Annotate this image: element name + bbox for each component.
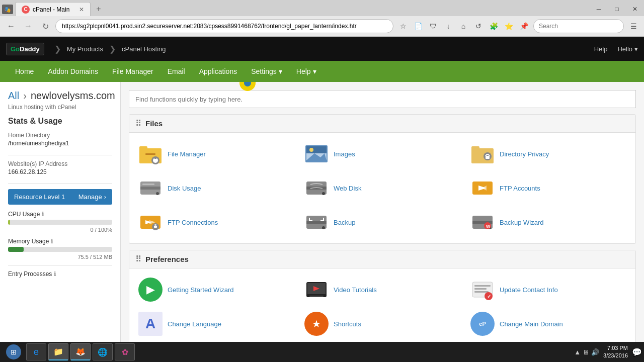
tray-up-icon[interactable]: ▲ bbox=[574, 348, 581, 356]
my-products-link[interactable]: My Products bbox=[67, 45, 103, 53]
disk-usage-item[interactable]: Disk Usage bbox=[133, 171, 299, 205]
entry-processes-label: Entry Processes ℹ bbox=[8, 270, 112, 278]
menu-btn[interactable]: ☰ bbox=[627, 20, 640, 33]
maximize-btn[interactable]: □ bbox=[608, 1, 626, 17]
loading-inner bbox=[244, 82, 251, 86]
svg-rect-14 bbox=[486, 156, 490, 159]
taskbar-app4[interactable]: ✿ bbox=[115, 343, 135, 360]
close-btn[interactable]: ✕ bbox=[626, 1, 644, 17]
shortcuts-item[interactable]: ★ Shortcuts bbox=[299, 307, 465, 341]
file-manager-item[interactable]: File Manager bbox=[133, 137, 299, 171]
tab-close-btn[interactable]: ✕ bbox=[79, 6, 84, 13]
home-btn[interactable]: ⌂ bbox=[457, 20, 470, 33]
directory-privacy-label: Directory Privacy bbox=[500, 150, 549, 158]
shortcuts-label: Shortcuts bbox=[334, 320, 361, 328]
shield-btn[interactable]: 🛡 bbox=[427, 20, 440, 33]
resource-level-btn[interactable]: Resource Level 1 Manage › bbox=[8, 189, 112, 205]
images-item[interactable]: Images bbox=[299, 137, 465, 171]
address-input[interactable] bbox=[55, 19, 393, 33]
svg-point-17 bbox=[156, 192, 159, 195]
file-manager-label: File Manager bbox=[168, 150, 206, 158]
function-search-input[interactable] bbox=[129, 90, 636, 108]
directory-privacy-item[interactable]: Directory Privacy bbox=[465, 137, 631, 171]
clock-time: 7:03 PM bbox=[603, 344, 628, 352]
getting-started-item[interactable]: ▶ Getting Started Wizard bbox=[133, 273, 299, 307]
backup-wizard-item[interactable]: W Backup Wizard bbox=[465, 205, 631, 239]
start-button[interactable]: ⊞ bbox=[2, 342, 25, 361]
new-tab-button[interactable]: + bbox=[93, 3, 105, 15]
getting-started-label: Getting Started Wizard bbox=[168, 286, 234, 294]
memory-info-icon[interactable]: ℹ bbox=[51, 238, 53, 245]
svg-rect-2 bbox=[145, 153, 155, 155]
svg-point-21 bbox=[322, 192, 325, 195]
extension-btn[interactable]: 🧩 bbox=[487, 20, 500, 33]
taskbar-explorer[interactable]: 📁 bbox=[48, 343, 68, 360]
right-panel: ⠿ Files File bbox=[121, 82, 644, 362]
nav-addon-domains[interactable]: Addon Domains bbox=[41, 61, 105, 82]
godaddy-logo[interactable]: GoDaddy bbox=[6, 43, 44, 55]
backup-item[interactable]: Backup bbox=[299, 205, 465, 239]
cpu-usage-label: CPU Usage ℹ bbox=[8, 211, 112, 218]
nav-applications[interactable]: Applications bbox=[192, 61, 245, 82]
notification-btn[interactable]: 💬 bbox=[632, 347, 642, 357]
taskbar-firefox[interactable]: 🦊 bbox=[70, 343, 91, 360]
help-chevron: ▾ bbox=[313, 67, 316, 75]
cpu-progress-fill bbox=[8, 220, 10, 225]
breadcrumb-all[interactable]: All bbox=[8, 90, 19, 102]
taskbar-chrome[interactable]: 🌐 bbox=[93, 343, 113, 360]
update-contact-item[interactable]: ✓ Update Contact Info bbox=[465, 273, 631, 307]
video-tutorials-item[interactable]: Video Tutorials bbox=[299, 273, 465, 307]
address-bar-row: ← → ↻ ☆ 📄 🛡 ↓ ⌂ ↺ 🧩 ⭐ 📌 ☰ bbox=[0, 16, 644, 36]
svg-rect-12 bbox=[471, 146, 479, 150]
change-language-item[interactable]: A Change Language bbox=[133, 307, 299, 341]
back-btn[interactable]: ← bbox=[4, 19, 18, 33]
tray-volume-icon[interactable]: 🔊 bbox=[591, 348, 599, 356]
star-btn[interactable]: ☆ bbox=[396, 20, 410, 33]
backup-label: Backup bbox=[334, 219, 355, 226]
nav-file-manager[interactable]: File Manager bbox=[105, 61, 160, 82]
manage-arrow: › bbox=[104, 193, 106, 201]
ip-label: Website(s) IP Address bbox=[8, 160, 112, 167]
ftp-connections-item[interactable]: FTP Connections bbox=[133, 205, 299, 239]
pin-btn[interactable]: 📌 bbox=[517, 20, 530, 33]
ftp-accounts-item[interactable]: FTP Accounts bbox=[465, 171, 631, 205]
clock[interactable]: 7:03 PM 3/23/2016 bbox=[603, 344, 628, 360]
home-directory-label: Home Directory bbox=[8, 132, 112, 139]
directory-privacy-icon bbox=[470, 142, 495, 166]
active-tab[interactable]: cPanel - Main ✕ bbox=[15, 2, 91, 16]
tray-network-icon[interactable]: 🖥 bbox=[583, 348, 589, 356]
entry-info-icon[interactable]: ℹ bbox=[54, 270, 56, 278]
change-main-domain-item[interactable]: cP Change Main Domain bbox=[465, 307, 631, 341]
forward-btn[interactable]: → bbox=[21, 19, 35, 33]
nav-settings[interactable]: Settings ▾ bbox=[244, 61, 289, 82]
help-link[interactable]: Help bbox=[594, 45, 608, 53]
nav-email[interactable]: Email bbox=[160, 61, 192, 82]
nav-home[interactable]: Home bbox=[8, 61, 41, 82]
svg-point-33 bbox=[322, 226, 325, 229]
web-disk-item[interactable]: Web Disk bbox=[299, 171, 465, 205]
bookmark-btn[interactable]: ⭐ bbox=[502, 20, 515, 33]
backup-icon bbox=[304, 210, 329, 234]
breadcrumb: All › newlovelysms.com bbox=[8, 90, 112, 102]
cpu-usage-value: 0 / 100% bbox=[8, 227, 112, 233]
file-manager-icon bbox=[138, 142, 163, 166]
change-language-icon: A bbox=[138, 312, 163, 336]
svg-rect-29 bbox=[154, 226, 157, 228]
hello-dropdown[interactable]: Hello ▾ bbox=[617, 45, 638, 53]
cpu-info-icon[interactable]: ℹ bbox=[42, 211, 44, 218]
cpanel-hosting-link[interactable]: cPanel Hosting bbox=[122, 45, 166, 53]
video-tutorials-icon bbox=[304, 278, 329, 302]
refresh-btn2[interactable]: ↺ bbox=[472, 20, 485, 33]
reader-btn[interactable]: 📄 bbox=[412, 20, 425, 33]
refresh-btn[interactable]: ↻ bbox=[38, 19, 52, 33]
taskbar-ie[interactable]: e bbox=[26, 343, 46, 360]
video-tutorials-label: Video Tutorials bbox=[334, 286, 377, 294]
files-section-title: Files bbox=[145, 119, 163, 128]
disk-usage-icon bbox=[138, 176, 163, 200]
download-btn[interactable]: ↓ bbox=[442, 20, 455, 33]
nav-help[interactable]: Help ▾ bbox=[289, 61, 324, 82]
svg-rect-46 bbox=[474, 291, 489, 293]
browser-search-input[interactable] bbox=[533, 19, 624, 33]
minimize-btn[interactable]: ─ bbox=[590, 1, 608, 17]
breadcrumb-sep: › bbox=[23, 90, 27, 102]
